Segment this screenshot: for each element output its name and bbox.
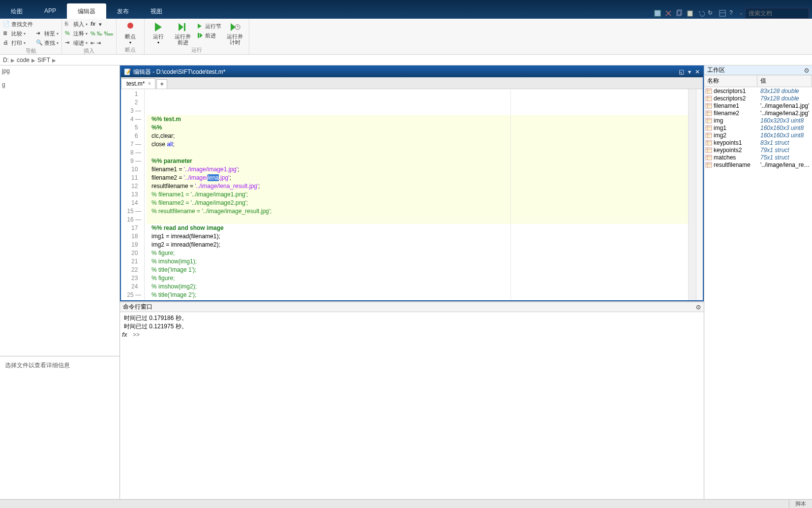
restore-icon[interactable]: ◱ — [679, 68, 684, 75]
find-files-btn[interactable]: 📄查找文件 — [3, 20, 33, 29]
workspace-pane: 工作区 ⊙ 名称 值 descriptors183x128 doubledesc… — [704, 65, 812, 499]
cmd-menu-icon[interactable]: ⊙ — [696, 304, 701, 311]
svg-rect-3 — [688, 11, 692, 16]
redo-icon[interactable]: ↻ — [708, 9, 716, 17]
svg-rect-34 — [706, 148, 712, 153]
indent-icons[interactable]: ⇤ ⇥ — [90, 38, 113, 47]
code-line[interactable]: filename1 = '../image/image1.jpg'; — [147, 165, 688, 174]
help-dropdown[interactable] — [740, 10, 742, 17]
tab-APP[interactable]: APP — [33, 3, 67, 19]
tab-绘图[interactable]: 绘图 — [0, 3, 33, 19]
save-icon[interactable] — [654, 9, 662, 17]
indent-btn[interactable]: ⇥缩进 — [65, 38, 88, 47]
workspace-row[interactable]: filename1'../image/lena1.jpg' — [704, 102, 812, 109]
variable-icon — [705, 162, 712, 168]
run-group-label: 运行 — [148, 46, 246, 54]
undo-icon[interactable] — [697, 9, 705, 17]
breadcrumb-seg[interactable]: SIFT — [37, 57, 50, 64]
message-bar[interactable] — [696, 89, 703, 300]
ribbon: 📄查找文件 ≣比较 🖨打印 ➜转至 🔍查找 导航 ⎘插入 %注释 ⇥缩进 fx▾… — [0, 19, 812, 55]
run-btn[interactable]: 运行▾ — [148, 20, 169, 46]
fx-btn[interactable]: fx▾ — [90, 20, 113, 29]
cut-icon[interactable] — [664, 9, 672, 17]
insert-btn[interactable]: ⎘插入 — [65, 20, 88, 29]
file-browser[interactable]: jpg g — [0, 65, 120, 356]
workspace-row[interactable]: img1160x160x3 uint8 — [704, 124, 812, 131]
compare-btn[interactable]: ≣比较 — [3, 29, 33, 38]
paste-icon[interactable] — [686, 9, 694, 17]
run-section-btn[interactable]: 运行节 — [197, 22, 221, 31]
breadcrumb-seg[interactable]: code — [17, 57, 30, 64]
code-line[interactable]: % filename2 = '../image/image2.png'; — [147, 199, 688, 207]
workspace-row[interactable]: resultfilename'../image/lena_resul... — [704, 161, 812, 168]
workspace-row[interactable]: keypoints279x1 struct — [704, 146, 812, 154]
workspace-row[interactable]: filename2'../image/lena2.jpg' — [704, 109, 812, 117]
code-line[interactable]: clc,clear; — [147, 132, 688, 140]
run-time-btn[interactable]: 运行并 计时 — [224, 20, 246, 46]
help-icon[interactable]: ? — [729, 9, 737, 17]
workspace-row[interactable]: keypoints183x1 struct — [704, 139, 812, 146]
code-line[interactable]: %% read and show image — [147, 224, 688, 232]
code-line[interactable]: resultfilename = '../image/lena_result.j… — [147, 182, 688, 190]
close-tab-icon[interactable]: × — [148, 80, 151, 87]
code-line[interactable]: % resultfilename = '../image/image_resul… — [147, 207, 688, 216]
code-line[interactable]: img2 = imread(filename2); — [147, 241, 688, 249]
command-window-body[interactable]: 时间已过 0.179186 秒。 时间已过 0.121975 秒。 fx >> — [120, 312, 704, 499]
code-line[interactable]: %% test.m — [147, 115, 688, 124]
close-editor-icon[interactable]: ✕ — [695, 68, 700, 75]
run-advance-btn[interactable]: 运行并 前进 — [172, 20, 194, 46]
fx-icon[interactable]: fx — [122, 331, 127, 339]
code-line[interactable]: % figure; — [147, 249, 688, 257]
copy-icon[interactable] — [675, 9, 683, 17]
comment-btn[interactable]: %注释 — [65, 29, 88, 38]
svg-rect-13 — [706, 96, 712, 101]
code-line[interactable]: filename2 = '../image/lena.jpg'; — [147, 174, 688, 182]
comment-icons[interactable]: % ‰ ‱ — [90, 29, 113, 38]
code-line[interactable]: % title('image 2'); — [147, 291, 688, 299]
code-line[interactable] — [147, 216, 688, 224]
advance-btn[interactable]: 前进 — [197, 31, 221, 40]
status-bar: 脚本 — [0, 499, 812, 508]
new-tab-btn[interactable]: + — [156, 79, 167, 89]
variable-icon — [705, 155, 712, 160]
breadcrumb[interactable]: D:▶code▶SIFT▶ — [0, 55, 812, 65]
breadcrumb-seg[interactable]: D: — [3, 57, 9, 64]
code-area[interactable]: %% test.m %% clc,clear; close all; %% pa… — [145, 89, 688, 300]
dropdown-icon[interactable]: ▾ — [688, 68, 691, 75]
tab-发布[interactable]: 发布 — [106, 3, 140, 19]
svg-rect-40 — [706, 162, 712, 167]
tab-视图[interactable]: 视图 — [140, 3, 173, 19]
file-tab[interactable]: test.m* × — [121, 78, 155, 89]
line-gutter[interactable]: 1 2 3 —4 —5 6 7 —8 —9 —10 11 12 13 14 15… — [121, 89, 145, 300]
svg-rect-28 — [706, 133, 712, 138]
workspace-row[interactable]: img2160x160x3 uint8 — [704, 131, 812, 139]
code-line[interactable]: close all; — [147, 140, 688, 149]
goto-btn[interactable]: ➜转至 — [36, 29, 59, 38]
code-line[interactable]: % imshow(img2); — [147, 283, 688, 291]
code-line[interactable]: % imshow(img1); — [147, 257, 688, 266]
code-line[interactable]: img1 = imread(filename1); — [147, 232, 688, 241]
code-line[interactable] — [147, 149, 688, 157]
code-line[interactable] — [147, 299, 688, 300]
code-line[interactable]: %% parameter — [147, 157, 688, 165]
workspace-row[interactable]: img160x320x3 uint8 — [704, 117, 812, 124]
breakpoint-btn[interactable]: 断点▾ — [120, 20, 141, 46]
workspace-header[interactable]: 名称 值 — [704, 75, 812, 87]
variable-icon — [705, 132, 712, 138]
svg-rect-37 — [706, 155, 712, 160]
code-line[interactable]: % title('image 1'); — [147, 266, 688, 274]
print-btn[interactable]: 🖨打印 — [3, 38, 33, 47]
workspace-row[interactable]: descriptors183x128 double — [704, 87, 812, 95]
editor-scrollbar[interactable] — [688, 89, 696, 300]
tab-编辑器[interactable]: 编辑器 — [67, 3, 106, 19]
workspace-row[interactable]: descriptors279x128 double — [704, 95, 812, 102]
workspace-menu-icon[interactable]: ⊙ — [804, 67, 809, 74]
code-line[interactable]: % figure; — [147, 274, 688, 283]
workspace-row[interactable]: matches75x1 struct — [704, 154, 812, 161]
code-line[interactable]: %% — [147, 124, 688, 132]
search-input[interactable] — [745, 8, 809, 19]
svg-rect-0 — [655, 10, 661, 16]
code-line[interactable]: % filename1 = '../image/image1.png'; — [147, 190, 688, 199]
find-btn[interactable]: 🔍查找 — [36, 38, 59, 47]
layout-icon[interactable] — [719, 9, 726, 17]
